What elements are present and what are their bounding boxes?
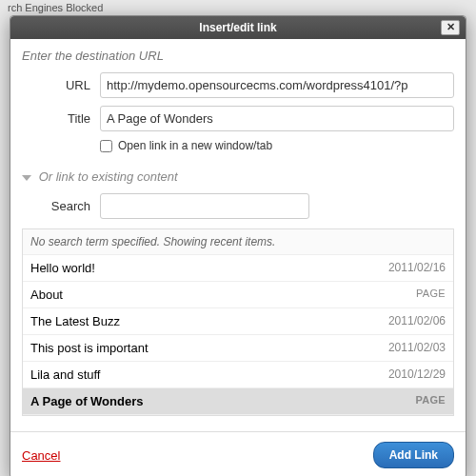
item-date: 2011/02/06 <box>388 314 446 328</box>
item-type-badge: PAGE <box>415 394 446 408</box>
item-title: Lila and stuff <box>30 367 100 382</box>
title-label: Title <box>22 111 100 126</box>
item-date: 2011/02/03 <box>388 341 446 355</box>
list-item[interactable]: AboutPAGE <box>23 282 453 308</box>
item-title: A Page of Wonders <box>30 394 143 408</box>
newtab-label: Open link in a new window/tab <box>118 139 272 152</box>
list-header: No search term specified. Showing recent… <box>23 229 453 255</box>
add-link-button[interactable]: Add Link <box>373 442 454 468</box>
bg-header-text: rch Engines Blocked <box>0 0 476 15</box>
list-item[interactable]: A Page of WondersPAGE <box>23 388 453 415</box>
list-item[interactable]: The Latest Buzz2011/02/06 <box>23 308 453 335</box>
dialog-content: Enter the destination URL URL Title Open… <box>10 39 466 424</box>
list-item[interactable]: This post is important2011/02/03 <box>23 335 453 362</box>
close-icon[interactable]: ✕ <box>441 20 460 35</box>
chevron-down-icon <box>22 175 31 181</box>
list-item[interactable]: Hello world!2011/02/16 <box>23 255 453 282</box>
collapse-label: Or link to existing content <box>39 169 178 184</box>
results-list: No search term specified. Showing recent… <box>22 228 454 416</box>
instruction-text: Enter the destination URL <box>22 49 454 63</box>
item-date: 2011/02/16 <box>388 261 446 275</box>
dialog-title: Insert/edit link <box>199 21 276 34</box>
search-label: Search <box>22 199 100 213</box>
item-title: Hello world! <box>30 261 95 275</box>
item-date: 2010/12/29 <box>388 367 446 382</box>
search-input[interactable] <box>100 193 309 219</box>
item-title: About <box>30 288 63 302</box>
url-input[interactable] <box>100 72 454 98</box>
list-item[interactable]: Lila and stuff2010/12/29 <box>23 362 453 388</box>
item-title: The Latest Buzz <box>30 314 120 328</box>
dialog-title-bar: Insert/edit link ✕ <box>10 16 466 39</box>
item-type-badge: PAGE <box>416 288 446 302</box>
url-label: URL <box>22 78 100 92</box>
link-dialog: Insert/edit link ✕ Enter the destination… <box>10 15 466 476</box>
item-title: This post is important <box>30 341 149 355</box>
existing-content-toggle[interactable]: Or link to existing content <box>22 169 454 184</box>
newtab-checkbox[interactable] <box>100 140 112 152</box>
title-input[interactable] <box>100 106 454 131</box>
dialog-footer: Cancel Add Link <box>10 431 466 476</box>
cancel-button[interactable]: Cancel <box>22 448 60 463</box>
